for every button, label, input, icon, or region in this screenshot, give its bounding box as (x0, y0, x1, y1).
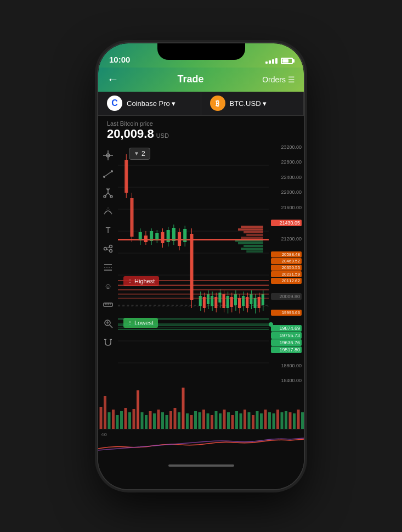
svg-rect-43 (241, 226, 263, 228)
svg-rect-128 (128, 412, 131, 429)
lowest-line-2 (118, 324, 269, 326)
lowest-label[interactable]: ⋮ Lowest (123, 318, 158, 328)
svg-rect-70 (144, 236, 148, 242)
svg-rect-148 (211, 415, 213, 429)
text-tool[interactable]: T (100, 222, 116, 238)
exchange-name: Coinbase Pro ▾ (127, 99, 175, 108)
svg-rect-106 (234, 294, 237, 305)
svg-rect-133 (149, 411, 152, 429)
svg-rect-146 (202, 410, 205, 429)
battery-fill (282, 59, 288, 63)
svg-rect-139 (174, 408, 177, 429)
exchange-bar: C Coinbase Pro ▾ ₿ BTC.USD ▾ (98, 92, 304, 116)
crosshair-tool[interactable] (100, 148, 116, 163)
svg-rect-164 (276, 410, 279, 429)
svg-rect-140 (178, 412, 180, 429)
svg-rect-51 (241, 248, 263, 250)
coinbase-logo: C (107, 96, 122, 111)
svg-rect-129 (133, 409, 135, 429)
price-level-9: 20350.55 (271, 265, 302, 271)
signal-bar-3 (272, 59, 274, 64)
indicator-area: 40 (98, 429, 304, 456)
svg-rect-162 (268, 412, 271, 429)
svg-rect-165 (281, 412, 284, 429)
price-level-12: 20009.80 (271, 293, 302, 300)
svg-rect-45 (244, 231, 263, 233)
candlestick-chart[interactable] (118, 143, 269, 385)
svg-rect-163 (273, 413, 275, 429)
svg-point-16 (110, 249, 112, 252)
current-price-line (118, 239, 269, 240)
curve-tool[interactable] (100, 204, 116, 219)
line-tool[interactable] (100, 166, 116, 182)
svg-rect-64 (124, 160, 128, 193)
pair-name: BTC.USD ▾ (230, 99, 267, 108)
svg-rect-168 (293, 413, 296, 429)
svg-rect-153 (231, 415, 234, 429)
svg-rect-147 (207, 413, 210, 429)
svg-rect-92 (207, 294, 210, 304)
svg-rect-125 (116, 415, 119, 429)
svg-rect-167 (289, 412, 292, 429)
svg-rect-154 (235, 411, 238, 429)
status-time: 10:00 (109, 55, 130, 64)
orders-label: Orders (262, 75, 286, 84)
svg-rect-156 (244, 410, 246, 429)
zoom-tool[interactable] (100, 316, 116, 331)
svg-rect-126 (120, 411, 123, 429)
price-level-3: 22400.00 (271, 175, 302, 180)
ruler-tool[interactable] (100, 297, 116, 312)
orders-icon: ☰ (288, 75, 295, 84)
svg-rect-49 (238, 242, 263, 244)
dotted-line (118, 306, 269, 306)
price-level-10: 20231.59 (271, 271, 302, 277)
svg-rect-149 (215, 411, 218, 429)
pattern-tool[interactable] (100, 260, 116, 275)
svg-rect-114 (250, 294, 252, 304)
signal-bars (265, 58, 278, 64)
exchange-selector[interactable]: C Coinbase Pro ▾ (98, 92, 201, 115)
svg-rect-124 (112, 410, 115, 429)
svg-point-5 (111, 170, 113, 172)
price-level-1: 23200.00 (271, 144, 302, 150)
crosshair-value: 2 (141, 150, 145, 158)
svg-rect-116 (254, 298, 257, 308)
svg-rect-108 (238, 298, 241, 308)
price-currency: USD (156, 132, 169, 139)
crosshair-badge[interactable]: ▼ 2 (129, 148, 150, 160)
signal-bar-2 (269, 60, 271, 64)
bottom-nav-hint (98, 456, 304, 475)
svg-rect-160 (260, 413, 263, 429)
svg-rect-44 (238, 228, 263, 231)
svg-rect-166 (285, 411, 287, 429)
svg-rect-130 (137, 390, 139, 429)
magnet-tool[interactable] (100, 334, 116, 350)
svg-rect-110 (242, 296, 245, 306)
svg-rect-138 (169, 411, 172, 429)
orders-button[interactable]: Orders ☰ (262, 75, 295, 84)
price-level-13: 19993.66 (271, 310, 302, 316)
pair-selector[interactable]: ₿ BTC.USD ▾ (201, 92, 304, 115)
svg-rect-170 (301, 412, 304, 429)
chart-area[interactable]: T ☺ (98, 143, 304, 385)
app-header: ← Trade Orders ☰ (98, 68, 304, 92)
node-tool[interactable] (100, 241, 116, 256)
svg-point-14 (104, 247, 107, 250)
svg-rect-52 (246, 250, 263, 253)
svg-rect-161 (264, 410, 267, 429)
signal-bar-1 (265, 61, 268, 64)
svg-rect-76 (161, 232, 164, 243)
phone-screen: 10:00 ← Trade Orders ☰ (98, 43, 304, 489)
back-button[interactable]: ← (107, 72, 119, 87)
left-toolbar: T ☺ (98, 143, 118, 385)
price-level-7: 20588.48 (271, 251, 302, 257)
price-level-current: 21430.05 (271, 220, 302, 226)
price-level-11: 20112.62 (271, 278, 302, 284)
fork-tool[interactable] (100, 185, 116, 200)
emoji-tool[interactable]: ☺ (100, 278, 116, 294)
svg-line-18 (106, 249, 110, 250)
svg-rect-46 (246, 234, 263, 236)
svg-rect-143 (190, 415, 193, 429)
notch (157, 43, 245, 60)
price-level-19: 18400.00 (271, 378, 302, 383)
